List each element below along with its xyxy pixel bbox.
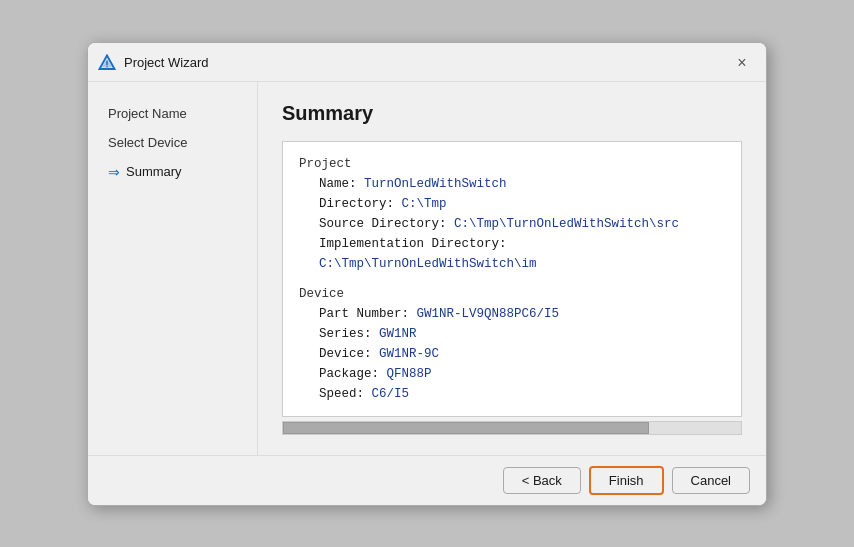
sidebar-item-select-device[interactable]: Select Device — [104, 131, 257, 154]
device-label: Device: — [319, 347, 379, 361]
project-impl-label: Implementation Directory: — [319, 237, 507, 251]
back-button[interactable]: < Back — [503, 467, 581, 494]
project-name-value: TurnOnLedWithSwitch — [364, 177, 507, 191]
close-button[interactable]: × — [730, 51, 754, 75]
title-bar: Project Wizard × — [88, 43, 766, 82]
speed-label: Speed: — [319, 387, 372, 401]
device-device-line: Device: GW1NR-9C — [299, 344, 725, 364]
project-wizard-dialog: Project Wizard × Project Name Select Dev… — [87, 42, 767, 506]
title-bar-left: Project Wizard — [98, 54, 209, 72]
sidebar-item-project-name[interactable]: Project Name — [104, 102, 257, 125]
project-source-dir-line: Source Directory: C:\Tmp\TurnOnLedWithSw… — [299, 214, 725, 234]
project-src-value: C:\Tmp\TurnOnLedWithSwitch\src — [454, 217, 679, 231]
project-directory-line: Directory: C:\Tmp — [299, 194, 725, 214]
page-title: Summary — [282, 102, 742, 125]
sidebar-label-select-device: Select Device — [108, 135, 187, 150]
device-part-number-line: Part Number: GW1NR-LV9QN88PC6/I5 — [299, 304, 725, 324]
cancel-button[interactable]: Cancel — [672, 467, 750, 494]
active-arrow-icon: ⇒ — [108, 164, 120, 180]
project-section-label: Project — [299, 154, 725, 174]
speed-value: C6/I5 — [372, 387, 410, 401]
svg-point-3 — [106, 66, 108, 68]
horizontal-scrollbar[interactable] — [282, 421, 742, 435]
project-name-label: Name: — [319, 177, 364, 191]
sidebar: Project Name Select Device ⇒ Summary — [88, 82, 258, 455]
app-logo-icon — [98, 54, 116, 72]
summary-box: Project Name: TurnOnLedWithSwitch Direct… — [282, 141, 742, 417]
scrollbar-thumb[interactable] — [283, 422, 649, 434]
device-series-line: Series: GW1NR — [299, 324, 725, 344]
project-dir-value: C:\Tmp — [402, 197, 447, 211]
dialog-title: Project Wizard — [124, 55, 209, 70]
project-impl-value: C:\Tmp\TurnOnLedWithSwitch\im — [319, 257, 537, 271]
series-label: Series: — [319, 327, 379, 341]
dialog-footer: < Back Finish Cancel — [88, 455, 766, 505]
project-name-line: Name: TurnOnLedWithSwitch — [299, 174, 725, 194]
device-speed-line: Speed: C6/I5 — [299, 384, 725, 404]
series-value: GW1NR — [379, 327, 417, 341]
sidebar-label-project-name: Project Name — [108, 106, 187, 121]
finish-button[interactable]: Finish — [589, 466, 664, 495]
device-value: GW1NR-9C — [379, 347, 439, 361]
sidebar-label-summary: Summary — [126, 164, 182, 179]
sidebar-item-summary[interactable]: ⇒ Summary — [104, 160, 257, 184]
main-content: Summary Project Name: TurnOnLedWithSwitc… — [258, 82, 766, 455]
project-dir-label: Directory: — [319, 197, 402, 211]
part-number-value: GW1NR-LV9QN88PC6/I5 — [417, 307, 560, 321]
dialog-body: Project Name Select Device ⇒ Summary Sum… — [88, 82, 766, 455]
project-src-label: Source Directory: — [319, 217, 454, 231]
package-label: Package: — [319, 367, 387, 381]
project-impl-dir-line: Implementation Directory: C:\Tmp\TurnOnL… — [299, 234, 725, 274]
device-package-line: Package: QFN88P — [299, 364, 725, 384]
package-value: QFN88P — [387, 367, 432, 381]
device-section-label: Device — [299, 284, 725, 304]
part-number-label: Part Number: — [319, 307, 417, 321]
